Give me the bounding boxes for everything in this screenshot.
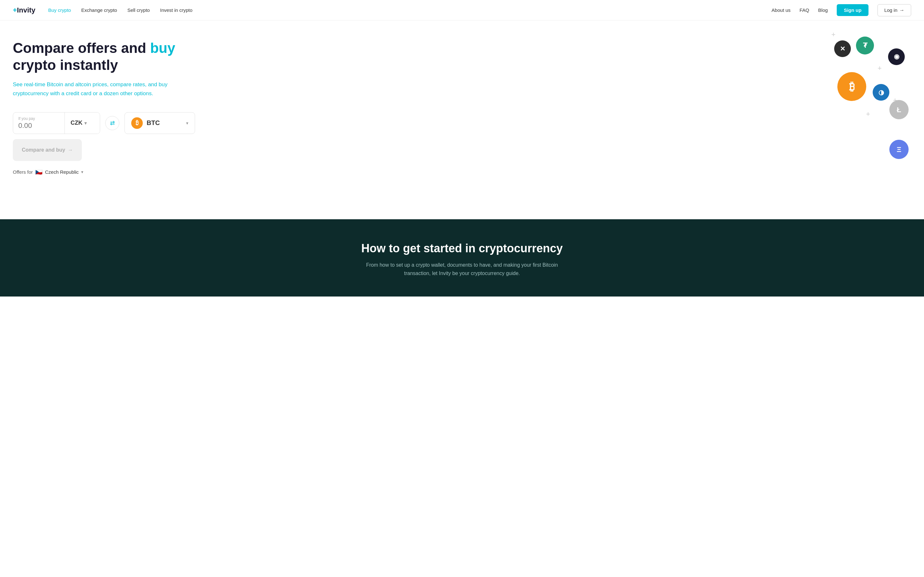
plus-mark-1: + [877,64,882,73]
bottom-subtitle: From how to set up a crypto wallet, docu… [366,261,558,277]
nav-blog[interactable]: Blog [818,7,828,13]
currency-value: CZK [71,119,82,126]
nav-sell-crypto[interactable]: Sell crypto [128,7,150,13]
logo[interactable]: +Invity [13,6,35,15]
coin-btc: ₿ [837,72,866,101]
crypto-selector[interactable]: ₿ BTC ▾ [124,112,195,134]
offers-row: Offers for 🇨🇿 Czech Republic ▾ [13,169,212,176]
country-chevron-icon[interactable]: ▾ [81,169,83,174]
compare-buy-button[interactable]: Compare and buy → [13,139,82,161]
compare-label: Compare and buy [22,147,65,153]
navbar: +Invity Buy crypto Exchange crypto Sell … [0,0,924,21]
bottom-title: How to get started in cryptocurrency [13,242,911,255]
floating-coins: ✕₮◉₿◑ŁΞ++++ [732,21,924,219]
hero-content: Compare offers and buy crypto instantly … [13,40,212,176]
hero-title-start: Compare offers and [13,40,150,56]
login-label: Log in [884,7,897,13]
coin-darknet: ◉ [888,48,905,65]
nav-invest-crypto[interactable]: Invest in crypto [160,7,192,13]
nav-buy-crypto[interactable]: Buy crypto [48,7,71,13]
plus-mark-2: + [866,110,870,118]
pay-input-group: If you pay CZK ▾ [13,112,100,134]
nav-right: About us FAQ Blog Sign up Log in → [772,4,911,16]
crypto-chevron-icon: ▾ [186,121,188,126]
input-label: If you pay [18,116,59,121]
coin-xmr: ✕ [834,40,851,57]
offers-label: Offers for [13,169,33,175]
crypto-name: BTC [147,119,182,127]
nav-faq[interactable]: FAQ [800,7,809,13]
country-selector[interactable]: Czech Republic [45,169,79,175]
login-button[interactable]: Log in → [877,4,911,16]
coin-dash: ◑ [873,84,889,101]
hero-title: Compare offers and buy crypto instantly [13,40,212,74]
amount-wrapper: If you pay [13,113,65,134]
logo-plus: + [13,6,17,15]
compare-arrow-icon: → [68,147,73,153]
currency-selector[interactable]: CZK ▾ [65,113,100,134]
hero-title-highlight: buy [150,40,175,56]
country-flag: 🇨🇿 [35,169,42,176]
hero-subtitle: See real-time Bitcoin and altcoin prices… [13,80,180,98]
hero-title-end: crypto instantly [13,57,118,73]
login-arrow-icon: → [899,7,905,13]
plus-mark-0: + [831,31,835,39]
btc-icon: ₿ [131,117,143,129]
currency-chevron-icon: ▾ [84,121,87,126]
coin-ltc: Ł [889,100,909,119]
coin-eth: Ξ [889,140,909,159]
nav-links: Buy crypto Exchange crypto Sell crypto I… [48,7,772,13]
plus-mark-3: + [893,96,897,105]
nav-exchange-crypto[interactable]: Exchange crypto [81,7,117,13]
coin-tether: ₮ [856,37,874,55]
amount-input[interactable] [18,121,50,130]
nav-about-us[interactable]: About us [772,7,790,13]
swap-button[interactable]: ⇄ [105,116,120,130]
form-row: If you pay CZK ▾ ⇄ ₿ BTC ▾ Compare and b… [13,112,212,161]
bottom-section: How to get started in cryptocurrency Fro… [0,219,924,297]
signup-button[interactable]: Sign up [837,4,869,16]
hero-section: Compare offers and buy crypto instantly … [0,21,924,219]
swap-icon: ⇄ [110,119,115,127]
logo-name: Invity [17,6,35,15]
